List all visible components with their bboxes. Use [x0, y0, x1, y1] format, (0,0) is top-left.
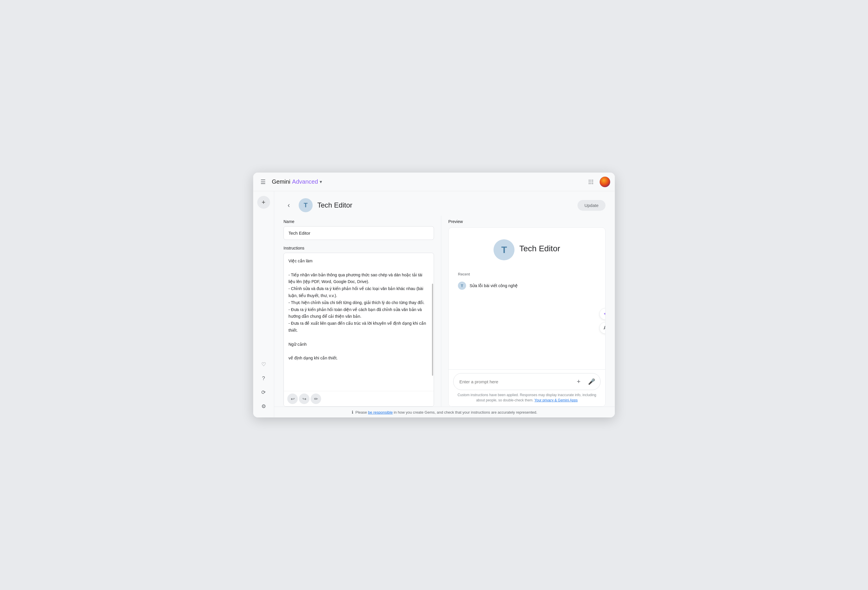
svg-point-2	[592, 180, 593, 181]
svg-point-8	[592, 183, 593, 184]
update-button[interactable]: Update	[577, 200, 605, 211]
sidebar-bottom: ♡ ? ⟳ ⚙	[257, 358, 270, 413]
translate-icon: A	[604, 325, 605, 331]
bottom-notice: ℹ Please be responsible in how you creat…	[352, 410, 537, 415]
topbar-left: ☰ Gemini Advanced ▾	[258, 177, 322, 187]
preview-header: Preview	[448, 216, 605, 224]
recent-label: Recent	[456, 272, 598, 277]
edit-icon: ✏	[314, 396, 318, 402]
info-icon: ℹ	[352, 410, 353, 415]
disclaimer-text: Custom instructions have been applied. R…	[453, 392, 601, 403]
svg-point-7	[590, 183, 592, 184]
back-button[interactable]: ‹	[283, 200, 294, 210]
redo-button[interactable]: ↪	[299, 394, 310, 404]
settings-icon: ⚙	[261, 403, 266, 409]
svg-point-0	[589, 180, 590, 181]
be-responsible-link[interactable]: be responsible	[368, 410, 393, 415]
gem-title: Tech Editor	[317, 201, 573, 209]
help-icon: ?	[262, 375, 265, 381]
preview-gem-name: Tech Editor	[519, 244, 560, 253]
instructions-label: Instructions	[283, 246, 434, 250]
new-chat-button[interactable]: +	[257, 196, 270, 209]
recent-item-text: Sửa lỗi bài viết công nghệ	[469, 283, 518, 288]
preview-action-buttons: ✦ A	[599, 308, 605, 334]
preview-gem-header-row: T Tech Editor	[493, 239, 560, 265]
content-area: ‹ T Tech Editor Update Name Instructions	[274, 191, 615, 418]
favorites-button[interactable]: ♡	[257, 358, 270, 371]
svg-point-6	[589, 183, 590, 184]
preview-gem-avatar: T	[493, 239, 515, 260]
grid-icon[interactable]	[586, 177, 596, 187]
toolbar-row: ↩ ↪ ✏	[284, 391, 434, 406]
sidebar: + ♡ ? ⟳ ⚙	[253, 191, 274, 418]
gem-header: ‹ T Tech Editor Update	[274, 191, 615, 216]
prompt-input[interactable]	[459, 379, 571, 384]
translate-button[interactable]: A	[599, 322, 605, 334]
logo-area: Gemini Advanced ▾	[272, 178, 322, 185]
name-label: Name	[283, 219, 434, 224]
instructions-text[interactable]: Việc cần làm - Tiếp nhận văn bản thông q…	[284, 253, 434, 391]
favorites-icon: ♡	[261, 361, 266, 368]
edit-button[interactable]: ✏	[311, 394, 321, 404]
svg-point-3	[589, 181, 590, 182]
bottom-bar: ℹ Please be responsible in how you creat…	[274, 407, 615, 418]
preview-content: T Tech Editor Recent T Sửa lỗi bài vi	[449, 228, 605, 369]
instructions-container: Việc cần làm - Tiếp nhận văn bản thông q…	[283, 253, 434, 407]
logo-advanced: Advanced	[292, 178, 318, 185]
prompt-mic-button[interactable]: 🎤	[586, 376, 597, 387]
privacy-link[interactable]: Your privacy & Gemini Apps	[534, 398, 577, 402]
scrollbar-indicator	[432, 284, 433, 376]
prompt-input-row: + 🎤	[453, 373, 601, 390]
gem-avatar: T	[299, 198, 313, 212]
undo-icon: ↩	[291, 396, 295, 402]
mic-icon: 🎤	[588, 378, 595, 385]
recent-item-avatar: T	[458, 282, 466, 290]
app-window: ☰ Gemini Advanced ▾	[253, 172, 615, 418]
recent-item[interactable]: T Sửa lỗi bài viết công nghệ	[456, 279, 598, 293]
sparkle-icon: ✦	[603, 311, 606, 317]
sparkle-button[interactable]: ✦	[599, 308, 605, 320]
form-column: Name Instructions Việc cần làm - Tiếp nh…	[283, 216, 441, 407]
topbar-right	[586, 177, 610, 187]
gem-editor: ‹ T Tech Editor Update Name Instructions	[274, 191, 615, 407]
add-icon: +	[577, 378, 581, 385]
logo-gemini: Gemini	[272, 178, 290, 185]
settings-button[interactable]: ⚙	[257, 400, 270, 413]
name-input[interactable]	[283, 226, 434, 240]
prompt-add-button[interactable]: +	[573, 376, 584, 387]
hamburger-icon[interactable]: ☰	[258, 177, 268, 187]
history-button[interactable]: ⟳	[257, 386, 270, 399]
preview-column: Preview T Tech Editor Recent	[441, 216, 605, 407]
help-button[interactable]: ?	[257, 372, 270, 385]
svg-point-1	[590, 180, 592, 181]
main-layout: + ♡ ? ⟳ ⚙	[253, 191, 615, 418]
svg-point-5	[592, 181, 593, 182]
history-icon: ⟳	[261, 389, 266, 396]
svg-point-4	[590, 181, 592, 182]
editor-columns: Name Instructions Việc cần làm - Tiếp nh…	[274, 216, 615, 407]
redo-icon: ↪	[303, 396, 306, 402]
preview-panel: T Tech Editor Recent T Sửa lỗi bài vi	[448, 227, 605, 407]
avatar[interactable]	[600, 177, 610, 187]
logo-dropdown[interactable]: ▾	[320, 179, 322, 184]
topbar: ☰ Gemini Advanced ▾	[253, 172, 615, 191]
back-arrow-icon: ‹	[288, 201, 290, 209]
prompt-area: + 🎤 Custom instructions have been applie…	[449, 369, 605, 406]
undo-button[interactable]: ↩	[287, 394, 298, 404]
